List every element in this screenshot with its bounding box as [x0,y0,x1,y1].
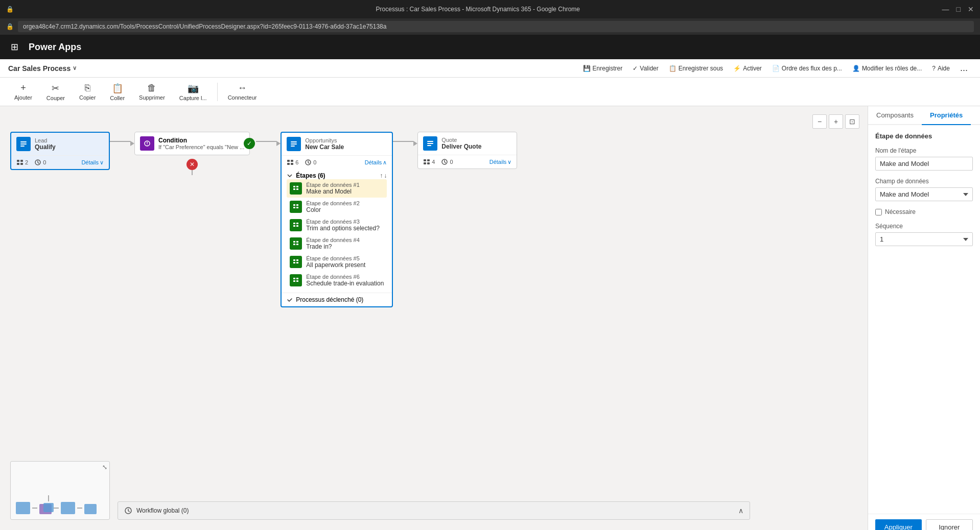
svg-rect-33 [296,244,298,245]
svg-rect-44 [427,145,431,146]
stage-quote-header: Quote Deliver Quote [418,132,517,155]
address-bar: 🔒 [0,18,980,35]
enregistrer-sous-icon: 📋 [669,65,676,72]
svg-rect-48 [427,162,430,164]
svg-rect-14 [291,160,293,162]
app-title: Power Apps [29,42,81,53]
stage-lead-type: Lead [35,137,56,143]
necessaire-row: Nécessaire [875,208,973,215]
stage-lead-footer: 2 0 Détails ∨ [11,156,109,169]
svg-rect-23 [296,204,298,206]
sequence-field: Séquence 1 [875,223,973,246]
svg-rect-10 [291,141,297,142]
ajouter-tool[interactable]: + Ajouter [8,81,38,103]
more-btn[interactable]: ... [956,61,972,76]
copier-tool[interactable]: ⎘ Copier [73,81,102,103]
modifier-roles-btn[interactable]: 👤 Modifier les rôles de... [848,63,926,74]
mini-box-opp [61,502,75,514]
tab-composants[interactable]: Composants [868,106,922,125]
workflow-icon [34,159,41,166]
quote-details[interactable]: Détails ∨ [489,159,512,165]
canvas-area[interactable]: − + ⊡ Lead Qualify [0,106,868,530]
svg-rect-42 [427,141,433,142]
svg-rect-18 [293,186,295,187]
stage-lead-workflow: 0 [34,159,46,166]
etapes-header[interactable]: Étapes (6) ↑ ↓ [287,172,387,179]
svg-rect-19 [296,186,298,187]
panel-section-title: Étape de données [875,132,973,140]
mini-box-sub [43,503,54,512]
etape-item-6[interactable]: Étape de données #6 Schedule trade-in ev… [287,271,387,290]
etape-text-3: Étape de données #3 Trim and options sel… [306,219,380,232]
zoom-in-btn[interactable]: + [829,114,843,129]
etape-item-1[interactable]: Étape de données #1 Make and Model [287,179,387,198]
nom-field: Nom de l'étape [875,147,973,171]
etape-item-4[interactable]: Étape de données #4 Trade in? [287,234,387,253]
stage-lead-header: Lead Qualify [11,133,109,156]
supprimer-tool[interactable]: 🗑 Supprimer [133,81,171,103]
champ-select[interactable]: Make and Model [875,187,973,201]
zoom-out-btn[interactable]: − [812,114,827,129]
grid-icon[interactable]: ⊞ [6,39,22,55]
stage-opportunity-title: Opportunitys New Car Sale [305,137,344,151]
svg-rect-39 [296,278,298,279]
couper-tool[interactable]: ✂ Couper [40,81,71,103]
etape-item-2[interactable]: Étape de données #2 Color [287,198,387,216]
capture-label: Capture l... [179,95,207,101]
svg-rect-43 [427,143,433,144]
browser-chrome: 🔒 Processus : Car Sales Process - Micros… [0,0,980,18]
aide-btn[interactable]: ? Aide [928,63,954,74]
svg-rect-32 [293,244,295,245]
svg-point-9 [147,144,148,146]
minimize-btn[interactable]: — [942,5,949,13]
etape-item-5[interactable]: Étape de données #5 All paperwork presen… [287,253,387,271]
stage-lead-details[interactable]: Détails ∨ [81,159,104,166]
opp-steps-icon [287,159,294,166]
processus-section[interactable]: Processus déclenché (0) [282,293,392,306]
etape-icon-5 [290,256,302,268]
enregistrer-sous-btn[interactable]: 📋 Enregistrer sous [665,63,727,74]
stage-opportunity-footer: 6 0 Détails ∧ [282,156,392,169]
sequence-label: Séquence [875,223,973,230]
top-nav: ⊞ Power Apps [0,35,980,59]
arrow-up[interactable]: ↑ [380,172,383,179]
arrow-down[interactable]: ↓ [384,172,387,179]
workflow-collapse-btn[interactable]: ∧ [738,507,743,515]
svg-rect-46 [427,159,430,161]
etape-item-3[interactable]: Étape de données #3 Trim and options sel… [287,216,387,234]
connector-1 [110,132,134,146]
ajouter-icon: + [20,83,26,93]
stage-opportunity[interactable]: Opportunitys New Car Sale 6 [281,132,393,307]
stage-lead[interactable]: Lead Qualify 2 [10,132,110,170]
activer-btn[interactable]: ⚡ Activer [729,63,766,74]
valider-btn[interactable]: ✓ Valider [628,63,662,74]
stage-quote[interactable]: Quote Deliver Quote 4 [417,132,517,169]
connecteur-tool[interactable]: ↔ Connecteur [222,81,263,103]
enregistrer-btn[interactable]: 💾 Enregistrer [579,63,627,74]
url-input[interactable] [18,21,974,32]
close-btn[interactable]: ✕ [968,5,974,13]
capture-tool[interactable]: 📷 Capture l... [173,81,213,103]
zoom-fit-btn[interactable]: ⊡ [845,114,859,129]
apply-btn[interactable]: Appliquer [875,519,922,530]
coller-tool[interactable]: 📋 Coller [104,81,131,103]
cancel-btn[interactable]: Ignorer [926,519,973,530]
champ-field: Champ de données Make and Model [875,178,973,201]
condition-box[interactable]: Condition If "Car Preference" equals "Ne… [134,132,250,155]
restore-btn[interactable]: □ [956,5,961,13]
necessaire-checkbox[interactable] [875,209,882,215]
coller-label: Coller [110,95,125,101]
browser-title: Processus : Car Sales Process - Microsof… [18,6,938,13]
ordre-btn[interactable]: 📄 Ordre des flux des p... [768,63,846,74]
activer-icon: ⚡ [733,65,741,72]
process-name: Car Sales Process ∨ [8,64,77,73]
svg-rect-28 [293,225,295,227]
minimap-expand-btn[interactable]: ⤡ [102,464,107,471]
svg-rect-24 [293,207,295,208]
mini-vert-conn [48,495,49,501]
sequence-select[interactable]: 1 [875,232,973,246]
opp-details[interactable]: Détails ∧ [365,159,387,166]
stage-quote-title: Quote Deliver Quote [441,137,481,150]
tab-proprietes[interactable]: Propriétés [922,106,971,125]
nom-input[interactable] [875,157,973,171]
